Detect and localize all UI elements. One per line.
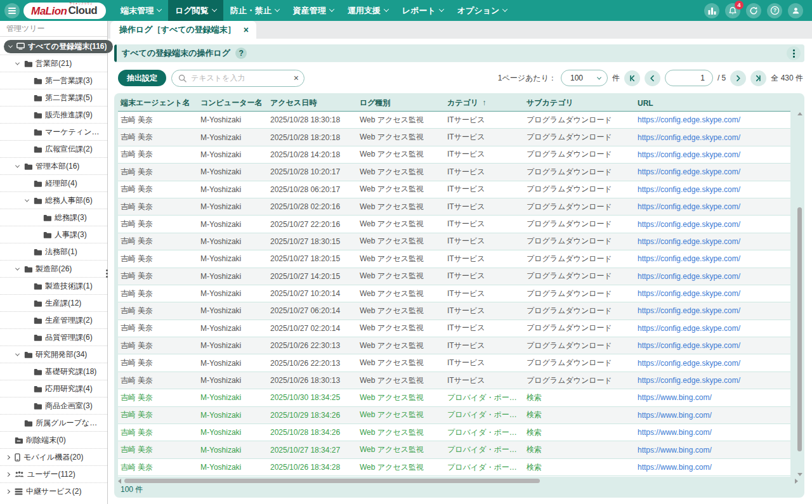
first-page-button[interactable] <box>624 70 640 86</box>
column-header-2[interactable]: アクセス日時 <box>268 98 357 108</box>
horizontal-scrollbar[interactable] <box>118 478 798 484</box>
more-options-button[interactable] <box>787 46 801 60</box>
page-number-input[interactable] <box>673 74 705 82</box>
chevron-down-icon[interactable] <box>25 197 29 202</box>
tree-item[interactable]: 中継サービス(2) <box>0 483 107 500</box>
extract-settings-button[interactable]: 抽出設定 <box>118 70 166 86</box>
tree-item[interactable]: 販売推進課(9) <box>0 107 107 124</box>
log-row[interactable]: 吉崎 美奈M-Yoshizaki2025/10/27 18:34:27Web ア… <box>118 441 790 458</box>
log-row[interactable]: 吉崎 美奈M-Yoshizaki2025/10/28 14:20:18Web ア… <box>118 146 790 164</box>
menu-item-4[interactable]: 運用支援 <box>341 0 395 21</box>
cell-url[interactable]: https://www.bing.com/ <box>635 463 790 472</box>
search-input[interactable] <box>191 74 291 82</box>
cell-url[interactable]: https://www.bing.com/ <box>635 446 790 455</box>
chevron-right-icon[interactable] <box>6 489 10 494</box>
log-row[interactable]: 吉崎 美奈M-Yoshizaki2025/10/30 18:34:25Web ア… <box>118 389 790 406</box>
tree-item[interactable]: 広報宣伝課(2) <box>0 141 107 158</box>
cell-url[interactable]: https://www.bing.com/ <box>635 428 790 437</box>
log-row[interactable]: 吉崎 美奈M-Yoshizaki2025/10/28 06:20:17Web ア… <box>118 181 790 198</box>
log-row[interactable]: 吉崎 美奈M-Yoshizaki2025/10/26 18:30:13Web ア… <box>118 372 790 389</box>
chevron-down-icon[interactable] <box>15 60 20 65</box>
log-row[interactable]: 吉崎 美奈M-Yoshizaki2025/10/26 18:34:28Web ア… <box>118 459 790 476</box>
cell-url[interactable]: https://config.edge.skype.com/ <box>635 359 790 368</box>
tree-item[interactable]: 人事課(3) <box>0 226 107 243</box>
menu-item-6[interactable]: オプション <box>450 0 514 21</box>
tree-item[interactable]: 法務部(1) <box>0 243 107 261</box>
per-page-select[interactable]: 100 <box>561 70 608 86</box>
cell-url[interactable]: https://config.edge.skype.com/ <box>635 254 790 263</box>
tree-item[interactable]: モバイル機器(20) <box>0 449 107 466</box>
column-header-3[interactable]: ログ種別 <box>357 98 445 108</box>
log-row[interactable]: 吉崎 美奈M-Yoshizaki2025/10/28 18:34:26Web ア… <box>118 424 790 441</box>
scroll-right-icon[interactable] <box>795 479 798 484</box>
tree-item[interactable]: 削除端末(0) <box>0 432 107 449</box>
tree-item[interactable]: 応用研究課(4) <box>0 380 107 397</box>
last-page-button[interactable] <box>750 70 766 86</box>
tree-item[interactable]: 第一営業課(3) <box>0 72 107 89</box>
column-header-6[interactable]: URL <box>635 99 790 108</box>
scroll-up-icon[interactable] <box>797 112 802 115</box>
log-row[interactable]: 吉崎 美奈M-Yoshizaki2025/10/29 18:34:26Web ア… <box>118 407 790 424</box>
log-row[interactable]: 吉崎 美奈M-Yoshizaki2025/10/28 18:30:18Web ア… <box>118 112 790 129</box>
cell-url[interactable]: https://config.edge.skype.com/ <box>635 150 790 159</box>
column-header-1[interactable]: コンピューター名 <box>198 98 268 108</box>
chevron-right-icon[interactable] <box>6 472 10 476</box>
tree-item[interactable]: 研究開発部(34) <box>0 346 107 363</box>
cell-url[interactable]: https://config.edge.skype.com/ <box>635 272 790 281</box>
scroll-left-icon[interactable] <box>118 479 121 484</box>
log-row[interactable]: 吉崎 美奈M-Yoshizaki2025/10/27 22:20:16Web ア… <box>118 216 790 233</box>
cell-url[interactable]: https://config.edge.skype.com/ <box>635 324 790 333</box>
menu-item-1[interactable]: ログ閲覧 <box>168 0 223 21</box>
tree-item[interactable]: 管理本部(16) <box>0 158 107 175</box>
cell-url[interactable]: https://config.edge.skype.com/ <box>635 220 790 229</box>
tree-item[interactable]: 総務人事部(6) <box>0 192 107 209</box>
chevron-down-icon[interactable] <box>15 266 20 270</box>
menu-item-0[interactable]: 端末管理 <box>114 0 168 21</box>
cell-url[interactable]: https://config.edge.skype.com/ <box>635 185 790 194</box>
tab-close-icon[interactable]: × <box>244 25 249 34</box>
cell-url[interactable]: https://www.bing.com/ <box>635 411 790 420</box>
log-row[interactable]: 吉崎 美奈M-Yoshizaki2025/10/26 22:20:13Web ア… <box>118 354 790 372</box>
next-page-button[interactable] <box>730 70 746 86</box>
column-header-0[interactable]: 端末エージェント名 <box>118 98 198 108</box>
cell-url[interactable]: https://config.edge.skype.com/ <box>635 115 790 124</box>
log-row[interactable]: 吉崎 美奈M-Yoshizaki2025/10/28 18:20:18Web ア… <box>118 129 790 146</box>
tree-item[interactable]: 所属グループなし(19) <box>0 415 107 432</box>
chevron-down-icon[interactable] <box>15 163 20 167</box>
tree-item[interactable]: 総務課(3) <box>0 209 107 226</box>
log-row[interactable]: 吉崎 美奈M-Yoshizaki2025/10/27 18:30:15Web ア… <box>118 233 790 250</box>
chevron-down-icon[interactable] <box>8 43 13 48</box>
cell-url[interactable]: https://config.edge.skype.com/ <box>635 237 790 246</box>
tree-item[interactable]: 生産管理課(2) <box>0 312 107 329</box>
cell-url[interactable]: https://config.edge.skype.com/ <box>635 289 790 298</box>
stats-button[interactable] <box>704 3 719 18</box>
log-row[interactable]: 吉崎 美奈M-Yoshizaki2025/10/27 02:20:14Web ア… <box>118 320 790 337</box>
menu-toggle-button[interactable] <box>4 3 20 18</box>
tree-item[interactable]: 経理部(4) <box>0 175 107 192</box>
tab-operation-log[interactable]: 操作ログ［すべての登録端末］ × <box>110 21 256 39</box>
tree-item[interactable]: 営業部(21) <box>0 55 107 72</box>
tree-item[interactable]: 製造技術課(1) <box>0 278 107 295</box>
column-header-4[interactable]: カテゴリ↑ <box>445 98 524 108</box>
vertical-scrollbar[interactable] <box>797 112 802 476</box>
log-row[interactable]: 吉崎 美奈M-Yoshizaki2025/10/27 06:20:14Web ア… <box>118 302 790 320</box>
tree-item[interactable]: 生産課(12) <box>0 295 107 312</box>
log-row[interactable]: 吉崎 美奈M-Yoshizaki2025/10/28 10:20:17Web ア… <box>118 164 790 181</box>
help-button[interactable]: ? <box>767 3 782 18</box>
cell-url[interactable]: https://config.edge.skype.com/ <box>635 202 790 211</box>
column-header-5[interactable]: サブカテゴリ <box>524 98 635 108</box>
menu-item-3[interactable]: 資産管理 <box>286 0 341 21</box>
log-row[interactable]: 吉崎 美奈M-Yoshizaki2025/10/28 02:20:16Web ア… <box>118 198 790 216</box>
log-row[interactable]: 吉崎 美奈M-Yoshizaki2025/10/27 10:20:14Web ア… <box>118 285 790 302</box>
log-row[interactable]: 吉崎 美奈M-Yoshizaki2025/10/27 18:20:15Web ア… <box>118 250 790 268</box>
tree-item[interactable]: 製造部(26) <box>0 261 107 278</box>
cell-url[interactable]: https://www.bing.com/ <box>635 393 790 402</box>
tree-item[interactable]: 基礎研究課(18) <box>0 363 107 380</box>
cell-url[interactable]: https://config.edge.skype.com/ <box>635 341 790 350</box>
cell-url[interactable]: https://config.edge.skype.com/ <box>635 376 790 385</box>
menu-item-5[interactable]: レポート <box>395 0 450 21</box>
tree-item[interactable]: マーケティング課(2) <box>0 124 107 141</box>
refresh-button[interactable] <box>746 3 761 18</box>
scroll-down-icon[interactable] <box>797 473 802 476</box>
panel-help-icon[interactable]: ? <box>235 48 247 59</box>
